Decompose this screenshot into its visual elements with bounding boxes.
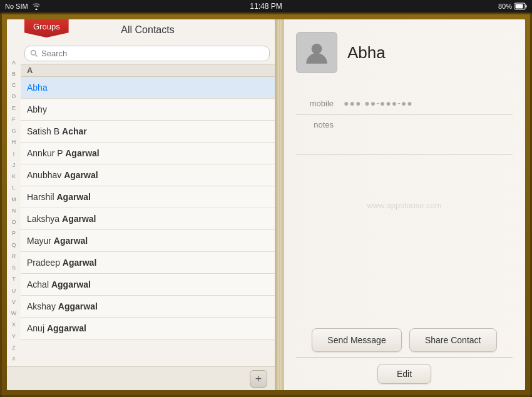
alpha-letter-u[interactable]: U: [12, 288, 16, 294]
contact-first-name: Anuj: [27, 323, 47, 333]
alpha-letter-b[interactable]: B: [12, 71, 16, 77]
contact-item[interactable]: Abha: [21, 77, 275, 99]
share-contact-button[interactable]: Share Contact: [409, 328, 497, 352]
alpha-letter-k[interactable]: K: [12, 174, 16, 179]
alpha-letter-e[interactable]: E: [12, 106, 16, 111]
contact-name: Abha: [347, 43, 386, 63]
wifi-icon: [32, 3, 41, 10]
contact-item[interactable]: Annkur P Agarwal: [21, 143, 275, 164]
contact-first-name: Satish B: [27, 126, 62, 136]
contact-item[interactable]: Pradeep Agarwal: [21, 252, 275, 274]
svg-line-4: [36, 55, 38, 57]
alpha-letter-p[interactable]: P: [12, 231, 16, 236]
contact-item[interactable]: Satish B Achar: [21, 121, 275, 143]
book-inner: Groups ABCDEFGHIJKLMNOPQRSTUVWXYZ# All C…: [7, 19, 525, 390]
contact-first-name: Annkur P: [27, 148, 65, 158]
contact-item[interactable]: Anuj Aggarwal: [21, 318, 275, 339]
alpha-letter-q[interactable]: Q: [11, 243, 16, 248]
contact-last-name: Aggarwal: [47, 323, 86, 333]
svg-point-3: [31, 51, 36, 55]
alpha-letter-j[interactable]: J: [13, 163, 16, 168]
search-bar[interactable]: [24, 46, 270, 61]
alpha-letter-c[interactable]: C: [12, 83, 16, 88]
alpha-letter-i[interactable]: I: [13, 151, 15, 157]
alpha-letter-f[interactable]: F: [12, 117, 16, 123]
notes-field-row: notes: [296, 115, 513, 155]
svg-rect-1: [526, 5, 527, 8]
alpha-letter-d[interactable]: D: [12, 94, 16, 99]
contact-first-name: Lakshya: [27, 214, 62, 224]
alpha-letter-t[interactable]: T: [12, 276, 16, 282]
contact-item[interactable]: Abhy: [21, 99, 275, 121]
alpha-letter-l[interactable]: L: [12, 185, 15, 191]
battery-icon: [514, 3, 527, 10]
contact-last-name: Aggarwal: [58, 301, 98, 311]
alpha-letter-v[interactable]: V: [12, 299, 16, 305]
contact-detail-header: Abha: [296, 32, 513, 73]
contact-item[interactable]: Anubhav Agarwal: [21, 164, 275, 186]
contact-first-name: Harshil: [27, 192, 56, 202]
alpha-letter-a[interactable]: A: [12, 60, 16, 66]
contact-first-name: Pradeep: [27, 258, 63, 268]
contact-last-name: Agarwal: [56, 192, 90, 202]
contact-last-name: Agarwal: [62, 214, 96, 224]
detail-footer: Edit: [296, 357, 513, 384]
battery-label: 80%: [498, 3, 512, 10]
contact-first-name: Abha: [27, 83, 48, 93]
contact-last-name: Agarwal: [54, 236, 88, 246]
contact-last-name: Agarwal: [64, 170, 98, 180]
contact-first-name: Achal: [27, 279, 51, 289]
status-right: 80%: [498, 3, 527, 10]
left-page: Groups ABCDEFGHIJKLMNOPQRSTUVWXYZ# All C…: [7, 19, 276, 390]
watermark: www.appstouse.com: [367, 200, 441, 209]
contact-last-name: Agarwal: [65, 148, 99, 158]
contact-last-name: Aggarwal: [51, 279, 91, 289]
edit-button[interactable]: Edit: [377, 364, 431, 384]
alpha-letter-s[interactable]: S: [12, 265, 16, 271]
svg-rect-2: [516, 4, 523, 9]
search-input[interactable]: [41, 49, 264, 58]
book-spine: [276, 19, 284, 390]
alpha-letter-n[interactable]: N: [12, 208, 16, 214]
contact-item[interactable]: Mayur Agarwal: [21, 230, 275, 252]
alpha-letter-w[interactable]: W: [11, 311, 17, 316]
contact-first-name: Anubhav: [27, 170, 64, 180]
alpha-letter-#[interactable]: #: [12, 356, 15, 362]
person-icon: [304, 39, 330, 66]
contact-item[interactable]: Achal Aggarwal: [21, 274, 275, 296]
status-bar: No SIM 11:48 PM 80%: [0, 0, 532, 13]
send-message-button[interactable]: Send Message: [312, 328, 401, 352]
alpha-letter-y[interactable]: Y: [12, 334, 16, 339]
list-footer: +: [7, 366, 275, 390]
contact-first-name: Akshay: [27, 301, 58, 311]
action-buttons: Send Message Share Contact: [296, 318, 513, 352]
contact-first-name: Abhy: [27, 104, 47, 114]
mobile-label: mobile: [296, 99, 334, 108]
carrier-label: No SIM: [5, 3, 28, 10]
avatar: [296, 32, 337, 73]
alpha-letter-x[interactable]: X: [12, 322, 16, 328]
add-contact-button[interactable]: +: [250, 370, 267, 388]
contact-last-name: Agarwal: [63, 258, 96, 268]
section-header-a: A: [21, 64, 275, 77]
alpha-letter-g[interactable]: G: [11, 128, 16, 134]
contact-last-name: Achar: [62, 126, 87, 136]
mobile-value: ●●● ●●-●●●-●●: [344, 98, 413, 108]
contact-fields: mobile ●●● ●●-●●●-●● notes: [296, 92, 513, 155]
alpha-letter-h[interactable]: H: [12, 139, 16, 145]
contact-item[interactable]: Harshil Agarwal: [21, 186, 275, 208]
status-left: No SIM: [5, 3, 41, 10]
right-page: www.appstouse.com Abha mobile ●●● ●●-●●●…: [284, 19, 525, 390]
notes-label: notes: [296, 120, 334, 129]
book-frame: Groups ABCDEFGHIJKLMNOPQRSTUVWXYZ# All C…: [0, 13, 532, 397]
contact-first-name: Mayur: [27, 236, 54, 246]
status-time: 11:48 PM: [250, 2, 282, 11]
alpha-letter-r[interactable]: R: [12, 254, 16, 259]
alpha-letter-o[interactable]: O: [11, 219, 16, 225]
alpha-letter-z[interactable]: Z: [12, 345, 16, 351]
contact-item[interactable]: Akshay Aggarwal: [21, 296, 275, 318]
alphabet-sidebar: ABCDEFGHIJKLMNOPQRSTUVWXYZ#: [7, 57, 21, 365]
contact-item[interactable]: Lakshya Agarwal: [21, 208, 275, 230]
contacts-list: AAbhaAbhySatish B AcharAnnkur P AgarwalA…: [21, 64, 275, 366]
alpha-letter-m[interactable]: M: [11, 197, 16, 203]
